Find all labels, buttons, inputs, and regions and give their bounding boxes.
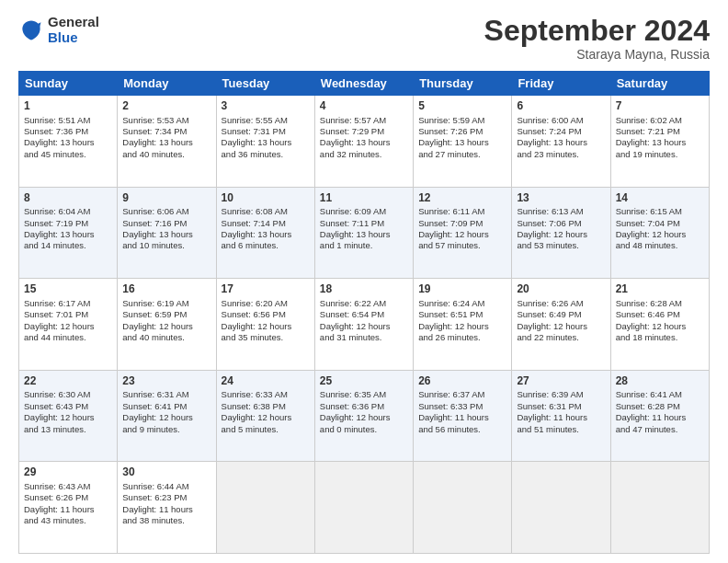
calendar-cell (314, 462, 413, 554)
page: General Blue September 2024 Staraya Mayn… (0, 0, 728, 563)
day-info-line: Daylight: 11 hours (418, 412, 506, 423)
day-info-line: Daylight: 12 hours (320, 321, 408, 332)
day-info-line: Daylight: 12 hours (320, 412, 408, 423)
calendar-cell: 6Sunrise: 6:00 AMSunset: 7:24 PMDaylight… (512, 96, 610, 188)
day-info-line: Sunset: 6:23 PM (122, 492, 210, 503)
day-info-line: and 45 minutes. (24, 149, 112, 160)
day-info-line: and 5 minutes. (222, 424, 310, 435)
day-info-line: Daylight: 12 hours (616, 229, 704, 240)
calendar-cell: 12Sunrise: 6:11 AMSunset: 7:09 PMDayligh… (414, 187, 512, 279)
day-info-line: Sunrise: 6:30 AM (24, 389, 112, 400)
day-info-line: Sunset: 6:51 PM (418, 309, 506, 320)
day-info-line: Sunset: 6:31 PM (517, 401, 605, 412)
calendar-cell: 16Sunrise: 6:19 AMSunset: 6:59 PMDayligh… (118, 279, 216, 371)
calendar-cell: 22Sunrise: 6:30 AMSunset: 6:43 PMDayligh… (19, 370, 118, 462)
title-block: September 2024 Staraya Mayna, Russia (484, 15, 710, 62)
col-header-sunday: Sunday (19, 72, 118, 96)
day-number: 30 (122, 465, 210, 480)
day-number: 8 (24, 191, 112, 206)
logo-text: General Blue (48, 15, 99, 45)
day-info-line: Daylight: 13 hours (320, 137, 408, 148)
day-info-line: Sunset: 6:54 PM (320, 309, 408, 320)
day-info-line: Sunset: 7:11 PM (320, 218, 408, 229)
calendar-week-row: 1Sunrise: 5:51 AMSunset: 7:36 PMDaylight… (19, 96, 710, 188)
day-info-line: and 19 minutes. (616, 149, 704, 160)
day-number: 5 (418, 99, 506, 114)
calendar-cell (610, 462, 709, 554)
calendar-cell: 3Sunrise: 5:55 AMSunset: 7:31 PMDaylight… (216, 96, 314, 188)
day-info-line: Sunset: 6:56 PM (222, 309, 310, 320)
calendar-cell: 1Sunrise: 5:51 AMSunset: 7:36 PMDaylight… (19, 96, 118, 188)
day-info-line: Sunrise: 6:35 AM (320, 389, 408, 400)
day-info-line: Daylight: 13 hours (616, 137, 704, 148)
day-info-line: Sunrise: 6:19 AM (122, 298, 210, 309)
day-number: 14 (616, 191, 704, 206)
day-info-line: and 23 minutes. (517, 149, 605, 160)
day-number: 3 (222, 99, 310, 114)
day-number: 12 (418, 191, 506, 206)
day-info-line: and 48 minutes. (616, 240, 704, 251)
calendar-cell (414, 462, 512, 554)
day-info-line: Sunset: 6:38 PM (222, 401, 310, 412)
calendar-header-row: SundayMondayTuesdayWednesdayThursdayFrid… (19, 72, 710, 96)
day-number: 19 (418, 282, 506, 297)
day-info-line: Sunrise: 6:06 AM (122, 206, 210, 217)
day-number: 23 (122, 374, 210, 389)
day-number: 16 (122, 282, 210, 297)
day-info-line: Sunrise: 5:53 AM (122, 115, 210, 126)
day-info-line: Daylight: 13 hours (122, 137, 210, 148)
day-number: 15 (24, 282, 112, 297)
calendar-cell: 27Sunrise: 6:39 AMSunset: 6:31 PMDayligh… (512, 370, 610, 462)
day-info-line: and 44 minutes. (24, 332, 112, 343)
day-info-line: Sunrise: 6:26 AM (517, 298, 605, 309)
day-number: 21 (616, 282, 704, 297)
calendar-week-row: 8Sunrise: 6:04 AMSunset: 7:19 PMDaylight… (19, 187, 710, 279)
day-info-line: Sunset: 6:43 PM (24, 401, 112, 412)
day-info-line: Daylight: 12 hours (24, 412, 112, 423)
day-number: 27 (517, 374, 605, 389)
day-info-line: Sunrise: 6:00 AM (517, 115, 605, 126)
calendar-cell: 13Sunrise: 6:13 AMSunset: 7:06 PMDayligh… (512, 187, 610, 279)
day-info-line: Sunset: 6:33 PM (418, 401, 506, 412)
day-info-line: Daylight: 12 hours (222, 321, 310, 332)
calendar-cell: 5Sunrise: 5:59 AMSunset: 7:26 PMDaylight… (414, 96, 512, 188)
day-info-line: and 36 minutes. (222, 149, 310, 160)
header: General Blue September 2024 Staraya Mayn… (18, 15, 710, 62)
day-info-line: and 43 minutes. (24, 515, 112, 526)
logo-icon (18, 17, 44, 43)
day-info-line: Sunrise: 6:15 AM (616, 206, 704, 217)
day-number: 24 (222, 374, 310, 389)
location: Staraya Mayna, Russia (484, 47, 710, 62)
day-info-line: and 38 minutes. (122, 515, 210, 526)
calendar-cell: 21Sunrise: 6:28 AMSunset: 6:46 PMDayligh… (610, 279, 709, 371)
calendar-week-row: 15Sunrise: 6:17 AMSunset: 7:01 PMDayligh… (19, 279, 710, 371)
calendar-cell: 14Sunrise: 6:15 AMSunset: 7:04 PMDayligh… (610, 187, 709, 279)
day-info-line: Sunrise: 6:02 AM (616, 115, 704, 126)
calendar-cell: 17Sunrise: 6:20 AMSunset: 6:56 PMDayligh… (216, 279, 314, 371)
day-info-line: Sunset: 7:09 PM (418, 218, 506, 229)
calendar-cell: 25Sunrise: 6:35 AMSunset: 6:36 PMDayligh… (314, 370, 413, 462)
day-info-line: and 26 minutes. (418, 332, 506, 343)
day-info-line: Daylight: 13 hours (24, 137, 112, 148)
calendar-cell: 18Sunrise: 6:22 AMSunset: 6:54 PMDayligh… (314, 279, 413, 371)
day-info-line: Daylight: 12 hours (122, 412, 210, 423)
calendar-cell (512, 462, 610, 554)
day-number: 25 (320, 374, 408, 389)
day-info-line: Sunset: 6:49 PM (517, 309, 605, 320)
calendar-cell: 26Sunrise: 6:37 AMSunset: 6:33 PMDayligh… (414, 370, 512, 462)
day-info-line: Sunrise: 6:28 AM (616, 298, 704, 309)
day-info-line: Daylight: 13 hours (222, 229, 310, 240)
day-info-line: and 40 minutes. (122, 149, 210, 160)
day-info-line: and 13 minutes. (24, 424, 112, 435)
day-info-line: Sunset: 7:24 PM (517, 126, 605, 137)
day-info-line: Sunrise: 6:31 AM (122, 389, 210, 400)
day-number: 7 (616, 99, 704, 114)
day-info-line: and 31 minutes. (320, 332, 408, 343)
col-header-saturday: Saturday (610, 72, 709, 96)
day-number: 29 (24, 465, 112, 480)
day-info-line: Sunset: 7:29 PM (320, 126, 408, 137)
day-info-line: Sunset: 7:01 PM (24, 309, 112, 320)
day-info-line: Sunrise: 6:44 AM (122, 481, 210, 492)
day-number: 4 (320, 99, 408, 114)
day-number: 6 (517, 99, 605, 114)
